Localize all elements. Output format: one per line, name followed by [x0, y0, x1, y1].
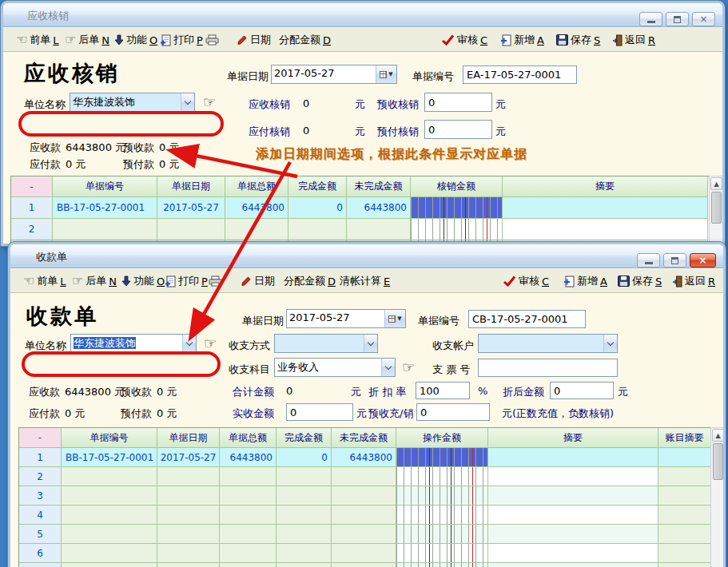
cell-account-summary[interactable] — [658, 563, 711, 567]
cell-total[interactable] — [220, 467, 276, 486]
cell-summary[interactable] — [503, 197, 708, 219]
pointer-hand-icon[interactable]: ☞ — [402, 360, 415, 375]
row-number[interactable]: 2 — [11, 219, 53, 240]
cell-operate-amount[interactable] — [396, 467, 488, 486]
row-number[interactable]: 3 — [19, 486, 62, 506]
cell-summary[interactable] — [488, 486, 658, 506]
cell-account-summary[interactable] — [658, 525, 711, 544]
cell-doc-code[interactable] — [62, 563, 157, 567]
toolbar-allocate-amount[interactable]: 分配金额D — [284, 273, 336, 289]
chevron-down-icon[interactable] — [364, 335, 377, 352]
table-scrollbar[interactable]: ▲ — [710, 427, 726, 567]
toolbar-new[interactable]: 新增A — [500, 32, 544, 48]
cell-doc-code[interactable] — [62, 467, 157, 486]
toolbar-save[interactable]: 保存S — [618, 273, 662, 289]
titlebar-receipt[interactable]: 收款单 × — [10, 244, 723, 268]
cell-doc-code[interactable] — [62, 486, 157, 506]
toolbar-prev-doc[interactable]: ☜前单L — [16, 32, 59, 48]
cell-doc-code[interactable] — [53, 219, 157, 240]
scrollbar-thumb[interactable] — [713, 443, 723, 480]
titlebar-receivable-writeoff[interactable]: 应收核销 × — [3, 3, 722, 27]
cell-doc-date[interactable]: 2017-05-27 — [157, 448, 220, 467]
cell-operate-amount[interactable] — [396, 486, 488, 506]
toolbar-return[interactable]: 返回R — [672, 273, 715, 289]
cell-summary[interactable] — [488, 525, 658, 544]
cell-doc-date[interactable] — [157, 563, 220, 567]
pay-account-combo[interactable] — [478, 334, 618, 353]
pay-method-combo[interactable] — [274, 334, 378, 353]
calendar-dropdown-icon[interactable]: ▼ — [384, 310, 405, 327]
discount-rate-input[interactable]: 100 — [416, 382, 470, 399]
cell-doc-code[interactable]: BB-17-05-27-0001 — [53, 197, 157, 219]
unit-name-combo[interactable]: 华东捷波装饰 — [70, 334, 197, 353]
toolbar-functions[interactable]: 功能O — [114, 32, 157, 48]
cell-summary[interactable] — [488, 506, 658, 525]
cell-doc-code[interactable] — [62, 525, 157, 544]
minimize-button[interactable] — [637, 253, 660, 268]
cell-total[interactable]: 6443800 — [225, 197, 288, 219]
row-number[interactable]: 2 — [19, 467, 62, 486]
cell-operate-amount[interactable] — [396, 544, 488, 563]
cell-done[interactable] — [276, 563, 332, 567]
pointer-hand-icon[interactable]: ☞ — [204, 336, 217, 351]
cell-remain[interactable] — [332, 506, 396, 525]
cell-summary[interactable] — [503, 219, 708, 240]
cell-remain[interactable] — [332, 544, 396, 563]
doc-date-combo[interactable]: 2017-05-27 ▼ — [271, 65, 397, 84]
row-number[interactable]: 5 — [19, 525, 62, 544]
cell-doc-date[interactable] — [157, 219, 225, 240]
cell-writeoff-amount[interactable] — [411, 219, 503, 240]
restore-button[interactable] — [666, 12, 689, 26]
cell-remain[interactable]: 6443800 — [347, 197, 411, 219]
cell-total[interactable] — [225, 219, 288, 240]
table-scrollbar[interactable]: ▲ — [709, 176, 724, 246]
toolbar-allocate-amount[interactable]: 分配金额D — [279, 32, 331, 48]
cell-doc-code[interactable]: BB-17-05-27-0001 — [62, 448, 157, 467]
doc-no-input[interactable]: CB-17-05-27-0001 — [468, 310, 586, 328]
cell-total[interactable] — [220, 486, 276, 506]
row-number[interactable]: 1 — [11, 197, 53, 219]
row-number[interactable]: 6 — [19, 544, 62, 563]
cell-doc-date[interactable] — [157, 467, 220, 486]
cell-remain[interactable] — [332, 563, 396, 567]
cell-doc-date[interactable] — [157, 506, 220, 525]
discounted-amount-input[interactable]: 0 — [550, 382, 614, 399]
cell-done[interactable] — [276, 486, 332, 506]
chevron-down-icon[interactable] — [182, 335, 196, 352]
cell-total[interactable] — [220, 544, 276, 563]
cell-account-summary[interactable] — [658, 486, 711, 506]
pre-recv-writeoff-input[interactable]: 0 — [424, 93, 492, 112]
cell-done[interactable] — [276, 544, 332, 563]
scroll-up-icon[interactable]: ▲ — [710, 177, 722, 190]
cell-total[interactable] — [220, 525, 276, 544]
cell-remain[interactable] — [332, 467, 396, 486]
doc-no-input[interactable]: EA-17-05-27-0001 — [463, 65, 577, 84]
cell-remain[interactable] — [332, 525, 396, 544]
cell-operate-amount[interactable] — [396, 506, 488, 525]
toolbar-next-doc[interactable]: ☞后单N — [65, 32, 109, 48]
unit-name-combo[interactable]: 华东捷波装饰 — [70, 93, 195, 112]
cell-remain[interactable]: 6443800 — [332, 448, 396, 467]
cell-done[interactable]: 0 — [276, 448, 332, 467]
chevron-down-icon[interactable] — [181, 93, 194, 111]
cell-writeoff-amount[interactable] — [411, 197, 503, 219]
cell-remain[interactable] — [332, 486, 396, 506]
cell-operate-amount[interactable] — [396, 563, 488, 567]
pre-pay-writeoff-input[interactable]: 0 — [424, 120, 492, 139]
chevron-down-icon[interactable] — [381, 359, 395, 376]
scrollbar-thumb[interactable] — [711, 192, 722, 224]
cell-account-summary[interactable] — [658, 448, 711, 467]
cell-total[interactable] — [220, 563, 276, 567]
toolbar-date[interactable]: 日期 — [241, 273, 275, 289]
cell-doc-date[interactable] — [157, 544, 220, 563]
toolbar-save[interactable]: 保存S — [556, 32, 600, 48]
cell-doc-code[interactable] — [62, 506, 157, 525]
row-number[interactable]: 7 — [19, 563, 62, 567]
toolbar-audit[interactable]: 审核C — [503, 273, 549, 289]
cell-done[interactable] — [276, 525, 332, 544]
scroll-up-icon[interactable]: ▲ — [712, 429, 724, 442]
toolbar-prev-doc[interactable]: ☜前单L — [23, 273, 66, 289]
toolbar-new[interactable]: 新增A — [563, 273, 607, 289]
close-button[interactable]: × — [690, 253, 716, 268]
toolbar-clear-account[interactable]: 清帐计算E — [340, 273, 390, 289]
